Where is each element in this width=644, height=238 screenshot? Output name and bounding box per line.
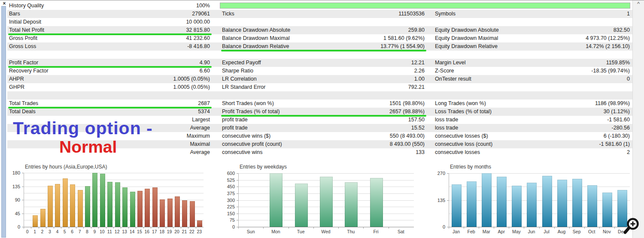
y-axis-label: 525: [219, 178, 235, 183]
stat-value: 12.21: [411, 59, 425, 67]
x-axis-tick: [509, 227, 509, 229]
stat-value: 2: [627, 148, 630, 157]
y-axis-label: 75: [219, 217, 235, 223]
stat-row: [7, 91, 632, 99]
x-axis-tick: [113, 227, 114, 229]
scroll-up-arrow-icon[interactable]: ^: [633, 0, 644, 7]
chart-plot-area: [24, 173, 204, 227]
bar: [137, 191, 143, 227]
stat-value: 1.0005 (0.05%): [173, 75, 210, 83]
bar: [452, 184, 462, 227]
bar: [190, 201, 195, 227]
stat-cell: consecutive profit (count)8 493.00 (550): [213, 140, 428, 148]
stat-cell: Symbols1: [428, 10, 632, 18]
zoom-in-magnifier-icon[interactable]: [623, 217, 641, 237]
y-axis-label: 300: [219, 198, 235, 203]
bar: [78, 190, 83, 227]
stat-row: Total Net Profit32 815.80Balance Drawdow…: [7, 26, 632, 34]
stat-value: 14.72% (2 156.10): [586, 42, 630, 51]
x-axis-label: 18: [158, 229, 166, 234]
x-axis-tick: [143, 227, 144, 229]
annotation-normal: Normal: [59, 138, 117, 157]
stat-value: 259.80: [408, 26, 425, 34]
x-axis-tick: [121, 227, 121, 229]
x-axis-label: Tue: [289, 229, 313, 234]
x-axis-label: Mon: [263, 229, 288, 234]
x-axis-label: 22: [188, 229, 195, 234]
x-axis-tick: [196, 227, 196, 229]
x-axis-label: May: [509, 229, 524, 234]
stat-cell: GHPR1.0005 (0.05%): [7, 83, 213, 91]
stat-label: Expected Payoff: [222, 59, 261, 67]
stat-row: GHPR1.0005 (0.05%)LR Standard Error792.2…: [7, 83, 632, 91]
stat-row: Total Trades2687Short Trades (won %)1501…: [7, 99, 632, 108]
x-axis-tick: [389, 227, 389, 229]
stat-value: 5374: [198, 108, 210, 116]
stat-value: 8 493.00 (550): [390, 140, 425, 148]
left-edge-strip: [1, 6, 6, 238]
stat-row: History Quality100%: [7, 2, 632, 10]
stat-label: Long Trades (won %): [435, 99, 486, 108]
x-axis-tick: [166, 227, 166, 229]
green-underline-annotation: [221, 50, 426, 51]
stat-row: Gross Loss-8 416.80Balance Drawdown Rela…: [7, 42, 632, 51]
stat-value: 1: [627, 10, 630, 18]
stat-value: 1 581.60 (9.62%): [383, 34, 425, 42]
stat-label: Gross Profit: [9, 34, 37, 42]
stat-value: 2.26: [414, 67, 425, 75]
x-axis-label: 13: [121, 229, 128, 234]
y-axis-label: 150: [219, 211, 235, 216]
bar: [130, 192, 135, 227]
stat-cell: Profit Factor4.90: [7, 59, 213, 67]
x-axis-tick: [151, 227, 151, 229]
y-axis-label: 180: [4, 170, 20, 175]
y-axis-label: 135: [430, 198, 445, 203]
x-axis-tick: [494, 227, 494, 229]
bar: [55, 184, 60, 227]
chart-title: Entries by hours (Asia,Europe,USA): [25, 164, 107, 170]
x-axis-tick: [363, 227, 364, 229]
stat-cell: Long Trades (won %)1186 (98.99%): [428, 99, 632, 108]
stat-label: Short Trades (won %): [222, 99, 274, 108]
x-axis-tick: [289, 227, 289, 229]
stat-label: Loss Trades (% of total): [435, 108, 492, 116]
stat-value: 1.00: [414, 75, 425, 83]
stat-value: Maximum: [187, 132, 210, 140]
stat-cell: consecutive losses2: [428, 148, 632, 157]
x-axis-tick: [614, 227, 615, 229]
x-axis-tick: [539, 227, 540, 229]
y-axis-label: 0: [219, 224, 235, 229]
stat-value: 6 (-180.30): [604, 132, 630, 140]
x-axis-tick: [554, 227, 555, 229]
scrollbar[interactable]: ^: [632, 0, 644, 238]
x-axis-tick: [46, 227, 46, 229]
x-axis-tick: [61, 227, 61, 229]
stat-cell: Sharpe Ratio2.26: [213, 67, 428, 75]
x-axis-label: 10: [98, 229, 106, 234]
x-axis-tick: [31, 227, 31, 229]
x-axis-tick: [98, 227, 99, 229]
green-underline-annotation: [8, 66, 212, 68]
stat-row: Profit Factor4.90Expected Payoff12.21Mar…: [7, 59, 632, 67]
stat-cell: Ticks111503536: [213, 10, 428, 18]
x-axis-label: 0: [24, 229, 31, 234]
x-axis-label: 9: [91, 229, 98, 234]
x-axis-tick: [39, 227, 39, 229]
stat-cell: Balance Drawdown Absolute259.80: [213, 26, 428, 34]
x-axis-label: Mar: [479, 229, 494, 234]
bar: [160, 199, 165, 227]
stat-cell: Initial Deposit10 000.00: [7, 18, 213, 26]
bar: [587, 185, 597, 227]
close-icon[interactable]: ×: [1, 0, 7, 6]
annotation-trading-option: Trading option -: [13, 118, 153, 139]
stat-label: Equity Drawdown Maximal: [435, 34, 498, 42]
history-quality-progress-bar: [220, 3, 630, 9]
stat-value: -8 416.80: [187, 42, 210, 51]
x-axis-tick: [136, 227, 136, 229]
stat-cell: profit trade157.50: [213, 116, 428, 124]
bar: [602, 193, 612, 227]
bar: [572, 179, 582, 227]
stat-label: GHPR: [9, 83, 24, 91]
stat-label: loss trade: [435, 116, 458, 124]
stat-value: 10 000.00: [186, 18, 210, 26]
